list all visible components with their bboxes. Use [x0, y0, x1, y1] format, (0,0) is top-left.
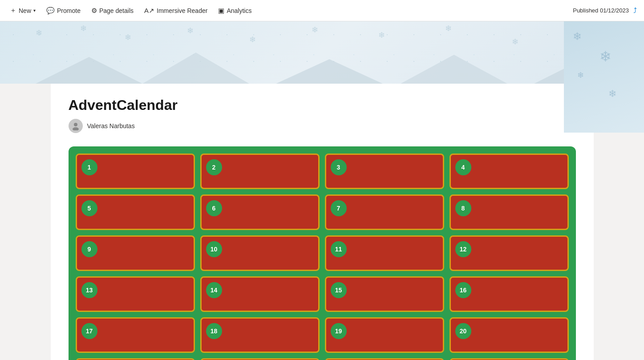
calendar-cell-3[interactable]: 3 — [325, 154, 444, 189]
day-badge-3: 3 — [331, 159, 347, 175]
day-badge-14: 14 — [206, 282, 222, 298]
calendar-cell-12[interactable]: 12 — [450, 235, 569, 271]
calendar-cell-17[interactable]: 17 — [76, 317, 195, 353]
day-badge-9: 9 — [81, 241, 97, 257]
day-badge-18: 18 — [206, 323, 222, 339]
svg-marker-3 — [401, 55, 507, 84]
calendar-cell-19[interactable]: 19 — [325, 317, 444, 353]
avatar-icon — [71, 121, 80, 130]
right-decoration: ❄ ❄ ❄ ❄ — [564, 21, 644, 133]
promote-label: Promote — [57, 7, 81, 14]
day-badge-2: 2 — [206, 159, 222, 175]
deco-snowflake-3: ❄ — [577, 70, 584, 80]
calendar-cell-14[interactable]: 14 — [200, 276, 320, 312]
calendar-cell-11[interactable]: 11 — [325, 235, 444, 271]
calendar-cell-24[interactable]: 24 — [450, 358, 569, 360]
calendar-cell-22[interactable]: 22 — [200, 358, 320, 360]
settings-icon: ⚙ — [91, 7, 97, 15]
hero-area: ❄ ❄ ❄ ❄ ❄ ❄ ❄ ❄ ❄ ❄ — [0, 21, 644, 84]
deco-snowflake-4: ❄ — [608, 88, 616, 100]
svg-point-5 — [74, 123, 77, 126]
calendar-cell-13[interactable]: 13 — [76, 276, 195, 312]
calendar-cell-21[interactable]: 21 — [76, 358, 195, 360]
day-badge-1: 1 — [81, 159, 97, 175]
day-badge-5: 5 — [81, 200, 97, 216]
new-button[interactable]: ＋ New ▾ — [5, 4, 40, 17]
day-badge-8: 8 — [455, 200, 471, 216]
calendar-cell-8[interactable]: 8 — [450, 194, 569, 230]
analytics-button[interactable]: ▣ Analytics — [214, 4, 256, 17]
content-card: AdventCalendar Valeras Narbutas 12345678… — [51, 84, 594, 360]
snowflake-4: ❄ — [187, 26, 194, 36]
svg-marker-2 — [276, 59, 383, 84]
calendar-cell-6[interactable]: 6 — [200, 194, 320, 230]
published-info: Published 01/12/2023 ⤴ — [573, 5, 639, 16]
snowflake-5: ❄ — [249, 35, 256, 44]
calendar-cell-7[interactable]: 7 — [325, 194, 444, 230]
calendar-cell-15[interactable]: 15 — [325, 276, 444, 312]
new-label: New — [19, 7, 31, 14]
calendar-cell-5[interactable]: 5 — [76, 194, 195, 230]
mountain-svg — [0, 48, 644, 84]
calendar-cell-23[interactable]: 23 — [325, 358, 444, 360]
advent-calendar: 123456789101112131415161718192021222324 — [69, 146, 576, 360]
snowflake-6: ❄ — [312, 25, 318, 35]
chevron-down-icon: ▾ — [33, 8, 36, 13]
svg-point-6 — [73, 127, 79, 130]
page-wrapper: ❄ ❄ ❄ ❄ AdventCalendar Valeras Narbutas … — [0, 84, 644, 360]
day-badge-4: 4 — [455, 159, 471, 175]
deco-snowflake-2: ❄ — [599, 48, 612, 65]
immersive-reader-button[interactable]: A↗ Immersive Reader — [140, 4, 212, 17]
calendar-cell-9[interactable]: 9 — [76, 235, 195, 271]
avatar — [69, 119, 83, 133]
snowflake-1: ❄ — [36, 28, 42, 38]
day-badge-10: 10 — [206, 241, 222, 257]
page-title: AdventCalendar — [69, 97, 576, 113]
day-badge-7: 7 — [331, 200, 347, 216]
share-icon: ⤴ — [633, 7, 637, 14]
svg-marker-0 — [36, 57, 142, 84]
snowflake-3: ❄ — [125, 32, 131, 42]
deco-snowflake-1: ❄ — [573, 30, 582, 43]
day-badge-12: 12 — [455, 241, 471, 257]
analytics-icon: ▣ — [218, 7, 224, 15]
calendar-cell-16[interactable]: 16 — [450, 276, 569, 312]
promote-icon: 💬 — [46, 7, 55, 15]
calendar-cell-2[interactable]: 2 — [200, 154, 320, 189]
day-badge-19: 19 — [331, 323, 347, 339]
svg-marker-1 — [142, 53, 249, 84]
calendar-cell-20[interactable]: 20 — [450, 317, 569, 353]
page-details-label: Page details — [99, 7, 134, 14]
day-badge-13: 13 — [81, 282, 97, 298]
calendar-cell-1[interactable]: 1 — [76, 154, 195, 189]
analytics-label: Analytics — [227, 7, 251, 14]
author-row: Valeras Narbutas — [69, 119, 576, 133]
plus-icon: ＋ — [10, 6, 16, 15]
page-details-button[interactable]: ⚙ Page details — [87, 4, 138, 17]
day-badge-6: 6 — [206, 200, 222, 216]
day-badge-15: 15 — [331, 282, 347, 298]
promote-button[interactable]: 💬 Promote — [42, 4, 85, 17]
published-label: Published 01/12/2023 — [573, 7, 629, 14]
calendar-cell-4[interactable]: 4 — [450, 154, 569, 189]
day-badge-16: 16 — [455, 282, 471, 298]
day-badge-20: 20 — [455, 323, 471, 339]
calendar-cell-18[interactable]: 18 — [200, 317, 320, 353]
immersive-reader-label: Immersive Reader — [157, 7, 207, 14]
toolbar: ＋ New ▾ 💬 Promote ⚙ Page details A↗ Imme… — [0, 0, 644, 21]
day-badge-17: 17 — [81, 323, 97, 339]
snowflake-8: ❄ — [445, 24, 452, 33]
share-button[interactable]: ⤴ — [632, 5, 639, 16]
snowflake-7: ❄ — [378, 30, 385, 40]
snowflake-2: ❄ — [80, 24, 87, 33]
reader-icon: A↗ — [144, 7, 154, 15]
snowflake-9: ❄ — [512, 37, 518, 47]
day-badge-11: 11 — [331, 241, 347, 257]
author-name: Valeras Narbutas — [87, 122, 135, 129]
calendar-cell-10[interactable]: 10 — [200, 235, 320, 271]
